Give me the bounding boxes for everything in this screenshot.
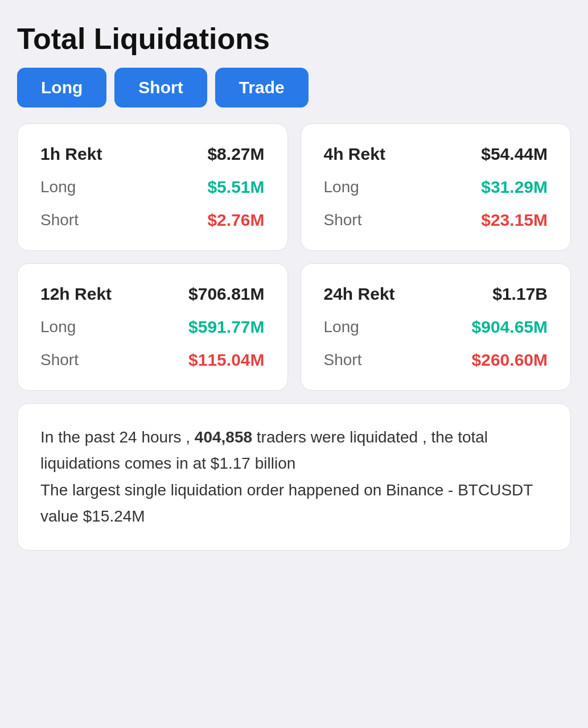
card-1h: 1h Rekt $8.27M Long $5.51M Short $2.76M	[17, 123, 288, 251]
card-24h-rekt-value: $1.17B	[492, 284, 548, 304]
card-24h-rekt-row: 24h Rekt $1.17B	[324, 284, 548, 304]
page-title: Total Liquidations	[17, 23, 571, 55]
tab-trade[interactable]: Trade	[215, 68, 309, 107]
card-24h-long-row: Long $904.65M	[324, 317, 548, 337]
card-12h-short-value: $115.04M	[188, 350, 264, 370]
card-12h-rekt-value: $706.81M	[188, 284, 264, 304]
card-1h-long-value: $5.51M	[207, 177, 264, 197]
card-1h-short-label: Short	[40, 211, 79, 229]
card-12h-short-row: Short $115.04M	[40, 350, 265, 370]
tab-bar: Long Short Trade	[17, 68, 571, 107]
card-1h-long-label: Long	[40, 178, 76, 196]
card-1h-rekt-label: 1h Rekt	[40, 144, 102, 164]
tab-long[interactable]: Long	[17, 68, 106, 107]
summary-card: In the past 24 hours , 404,858 traders w…	[17, 403, 571, 551]
card-4h-short-row: Short $23.15M	[324, 210, 548, 230]
card-1h-rekt-row: 1h Rekt $8.27M	[40, 144, 265, 164]
tab-short[interactable]: Short	[114, 68, 207, 107]
card-1h-short-value: $2.76M	[207, 210, 264, 230]
card-12h-short-label: Short	[40, 351, 79, 369]
card-1h-long-row: Long $5.51M	[40, 177, 265, 197]
card-4h-long-row: Long $31.29M	[324, 177, 548, 197]
cards-grid: 1h Rekt $8.27M Long $5.51M Short $2.76M …	[17, 123, 571, 391]
card-12h-long-value: $591.77M	[188, 317, 264, 337]
card-4h-rekt-label: 4h Rekt	[324, 144, 385, 164]
card-4h-short-value: $23.15M	[481, 210, 548, 230]
card-24h-short-value: $260.60M	[472, 350, 548, 370]
card-12h-long-label: Long	[40, 318, 76, 336]
card-24h-short-row: Short $260.60M	[324, 350, 548, 370]
card-24h-long-value: $904.65M	[472, 317, 548, 337]
card-4h-short-label: Short	[324, 211, 362, 229]
card-12h-rekt-label: 12h Rekt	[40, 284, 112, 304]
card-12h-long-row: Long $591.77M	[40, 317, 265, 337]
card-4h-long-value: $31.29M	[481, 177, 548, 197]
card-24h: 24h Rekt $1.17B Long $904.65M Short $260…	[301, 263, 571, 391]
card-4h: 4h Rekt $54.44M Long $31.29M Short $23.1…	[301, 123, 571, 251]
card-12h-rekt-row: 12h Rekt $706.81M	[40, 284, 265, 304]
card-24h-rekt-label: 24h Rekt	[324, 284, 395, 304]
card-12h: 12h Rekt $706.81M Long $591.77M Short $1…	[17, 263, 288, 391]
card-4h-long-label: Long	[324, 178, 359, 196]
card-24h-short-label: Short	[324, 351, 362, 369]
card-4h-rekt-row: 4h Rekt $54.44M	[324, 144, 548, 164]
card-1h-rekt-value: $8.27M	[207, 144, 264, 164]
card-1h-short-row: Short $2.76M	[40, 210, 265, 230]
card-24h-long-label: Long	[324, 318, 359, 336]
summary-text: In the past 24 hours , 404,858 traders w…	[40, 424, 548, 530]
card-4h-rekt-value: $54.44M	[481, 144, 548, 164]
